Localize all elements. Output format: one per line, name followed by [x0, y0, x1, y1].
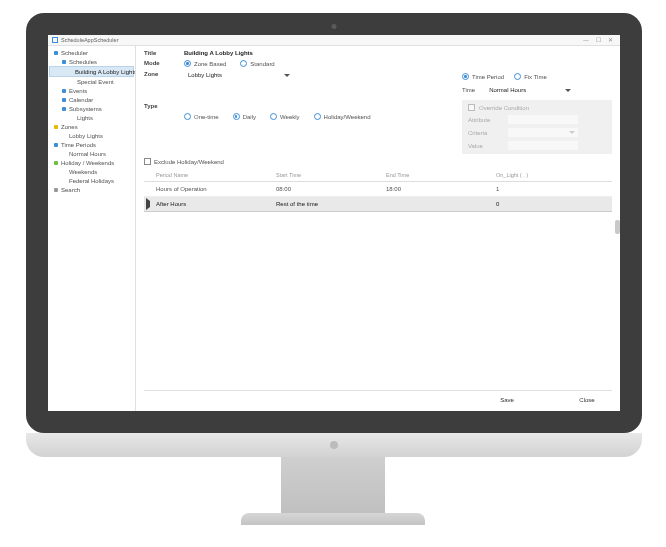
- sidebar-item[interactable]: Subsystems: [48, 104, 135, 113]
- sidebar-item-label: Holiday / Weekends: [61, 160, 114, 166]
- mode-radio-standard[interactable]: Standard: [240, 60, 274, 67]
- sidebar-item[interactable]: Scheduler: [48, 48, 135, 57]
- mode-label: Mode: [144, 60, 178, 67]
- sidebar-item-label: Zones: [61, 124, 78, 130]
- zone-label: Zone: [144, 71, 178, 99]
- sidebar-item[interactable]: Lobby Lights: [48, 131, 135, 140]
- tree-bullet-icon: [54, 188, 58, 192]
- sidebar-item-label: Special Event: [77, 79, 114, 85]
- tree-bullet-icon: [62, 98, 66, 102]
- title-value: Building A Lobby Lights: [184, 50, 456, 56]
- sidebar-item[interactable]: Search: [48, 185, 135, 194]
- mode-radio-zone[interactable]: Zone Based: [184, 60, 226, 67]
- tree-bullet-icon: [70, 116, 74, 120]
- period-table-header: Period Name Start Time End Time On_Light…: [144, 169, 612, 182]
- zone-dropdown[interactable]: Lobby Lights: [184, 71, 294, 79]
- time-dropdown[interactable]: Normal Hours: [485, 86, 575, 94]
- editor-pane: Title Building A Lobby Lights Mode Zone …: [136, 46, 620, 411]
- app-window: ScheduleAppScheduler — ☐ ✕ SchedulerSche…: [48, 35, 620, 411]
- table-row[interactable]: After HoursRest of the time0: [144, 197, 612, 212]
- monitor-chin: [26, 433, 642, 457]
- sidebar-item[interactable]: Building A Lobby Lights: [49, 66, 134, 77]
- sidebar-item[interactable]: Time Periods: [48, 140, 135, 149]
- sidebar-item[interactable]: Lights: [48, 113, 135, 122]
- window-close[interactable]: ✕: [604, 37, 616, 43]
- sidebar-item-label: Building A Lobby Lights: [75, 69, 136, 75]
- sidebar-item-label: Federal Holidays: [69, 178, 114, 184]
- row-cursor-icon: [146, 198, 150, 210]
- monitor-stand: [281, 457, 385, 515]
- sidebar-item[interactable]: Zones: [48, 122, 135, 131]
- type-radio-daily[interactable]: Daily: [233, 113, 256, 120]
- table-row[interactable]: Hours of Operation08:0018:001: [144, 182, 612, 197]
- criteria-field: [508, 128, 578, 137]
- tree-bullet-icon: [54, 161, 58, 165]
- sidebar-item[interactable]: Special Event: [48, 77, 135, 86]
- sidebar-item-label: Subsystems: [69, 106, 102, 112]
- sidebar-item-label: Scheduler: [61, 50, 88, 56]
- override-condition-panel: Override Condition Attribute Criteria Va…: [462, 100, 612, 154]
- tree-bullet-icon: [70, 80, 74, 84]
- sidebar-item-label: Weekends: [69, 169, 97, 175]
- tree-bullet-icon: [54, 125, 58, 129]
- period-table-body: Hours of Operation08:0018:001After Hours…: [144, 182, 612, 390]
- sidebar-item[interactable]: Federal Holidays: [48, 176, 135, 185]
- sidebar-item-label: Schedules: [69, 59, 97, 65]
- app-icon: [52, 37, 58, 43]
- exclude-label: Exclude Holiday/Weekend: [154, 159, 224, 165]
- sidebar-item-label: Lights: [77, 115, 93, 121]
- tree-bullet-icon: [62, 134, 66, 138]
- scrollbar-thumb[interactable]: [615, 220, 620, 234]
- type-label: Type: [144, 103, 178, 130]
- sidebar-item-label: Time Periods: [61, 142, 96, 148]
- exclude-checkbox[interactable]: [144, 158, 151, 165]
- tree-bullet-icon: [62, 179, 66, 183]
- tree-bullet-icon: [62, 107, 66, 111]
- monitor-frame: ScheduleAppScheduler — ☐ ✕ SchedulerSche…: [26, 13, 642, 433]
- tree-bullet-icon: [62, 152, 66, 156]
- camera-dot: [332, 24, 337, 29]
- sidebar-item[interactable]: Events: [48, 86, 135, 95]
- tree-bullet-icon: [62, 89, 66, 93]
- time-label: Time: [462, 87, 475, 93]
- title-label: Title: [144, 50, 178, 56]
- tree-bullet-icon: [54, 143, 58, 147]
- sidebar-item[interactable]: Schedules: [48, 57, 135, 66]
- type-radio-holiday[interactable]: Holiday/Weekend: [314, 113, 371, 120]
- type-radio-onetime[interactable]: One-time: [184, 113, 219, 120]
- time-period-radio[interactable]: Time Period: [462, 73, 504, 80]
- save-button[interactable]: Save: [482, 395, 532, 405]
- sidebar-item[interactable]: Calendar: [48, 95, 135, 104]
- power-button: [330, 441, 338, 449]
- window-title: ScheduleAppScheduler: [61, 37, 119, 43]
- sidebar-item-label: Lobby Lights: [69, 133, 103, 139]
- tree-bullet-icon: [62, 170, 66, 174]
- chevron-down-icon: [565, 89, 571, 92]
- sidebar-item-label: Events: [69, 88, 87, 94]
- nav-tree: SchedulerSchedulesBuilding A Lobby Light…: [48, 46, 136, 411]
- tree-bullet-icon: [54, 51, 58, 55]
- window-titlebar: ScheduleAppScheduler — ☐ ✕: [48, 35, 620, 46]
- chevron-down-icon: [284, 74, 290, 77]
- fix-time-radio[interactable]: Fix Time: [514, 73, 547, 80]
- override-checkbox: [468, 104, 475, 111]
- sidebar-item[interactable]: Normal Hours: [48, 149, 135, 158]
- window-maximize[interactable]: ☐: [592, 37, 604, 43]
- sidebar-item[interactable]: Weekends: [48, 167, 135, 176]
- type-radio-weekly[interactable]: Weekly: [270, 113, 300, 120]
- window-minimize[interactable]: —: [580, 37, 592, 43]
- sidebar-item[interactable]: Holiday / Weekends: [48, 158, 135, 167]
- sidebar-item-label: Normal Hours: [69, 151, 106, 157]
- close-button[interactable]: Close: [562, 395, 612, 405]
- tree-bullet-icon: [62, 60, 66, 64]
- attribute-field: [508, 115, 578, 124]
- sidebar-item-label: Search: [61, 187, 80, 193]
- sidebar-item-label: Calendar: [69, 97, 93, 103]
- value-field: [508, 141, 578, 150]
